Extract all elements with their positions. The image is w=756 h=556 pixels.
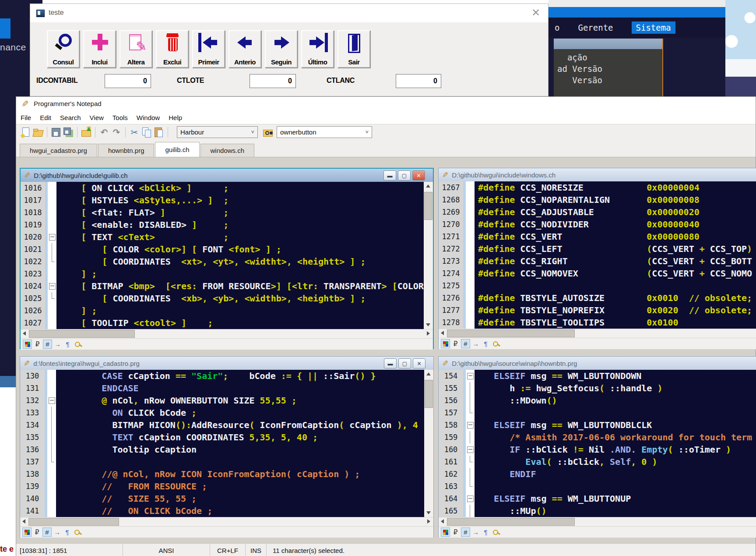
line-numbers-icon[interactable]: # [43, 340, 52, 349]
tab-windows.ch[interactable]: windows.ch [200, 144, 255, 157]
scheme-select[interactable]: Harbour ˅ [177, 126, 258, 138]
vertical-scrollbar[interactable] [424, 182, 433, 329]
pilcrow-icon[interactable]: ¶ [481, 528, 490, 537]
menu-search[interactable]: Search [56, 114, 85, 121]
highlight-icon[interactable] [491, 528, 500, 537]
pane-titlebar[interactable]: ✎D:\github\hwgui\include\guilib.ch▬▢✕ [21, 169, 433, 182]
scroll-thumb[interactable] [447, 518, 575, 526]
pn-titlebar[interactable]: ✎ Programmer's Notepad [16, 97, 756, 111]
menu-file[interactable]: File [16, 114, 35, 121]
pilcrow-icon[interactable]: ¶ [63, 340, 72, 349]
scroll-thumb[interactable] [424, 192, 433, 220]
max-button[interactable]: ▢ [398, 170, 411, 181]
anterior-button[interactable]: Anterio [229, 30, 261, 68]
scroll-thumb[interactable] [447, 329, 575, 337]
horizontal-scrollbar[interactable] [21, 329, 433, 338]
scroll-down-icon[interactable] [424, 509, 433, 517]
scroll-thumb[interactable] [425, 380, 433, 408]
horizontal-scrollbar[interactable] [439, 517, 756, 526]
pane-titlebar[interactable]: ✎d:\fontes\integra\hwgui_cadastro.prg▬▢✕ [20, 357, 433, 370]
open-project-icon[interactable] [81, 127, 92, 138]
seguinte-button[interactable]: Seguin [265, 30, 298, 68]
max-button[interactable]: ▢ [398, 358, 411, 368]
scroll-track[interactable] [28, 517, 425, 526]
redo-icon[interactable]: ↷ [111, 127, 122, 138]
scroll-track[interactable] [29, 329, 425, 338]
paste-icon[interactable] [153, 127, 165, 138]
fold-marker[interactable] [467, 422, 474, 429]
pilcrow-icon[interactable]: ¶ [63, 528, 72, 537]
horizontal-scrollbar[interactable] [439, 329, 756, 338]
scroll-left-icon[interactable] [20, 517, 28, 526]
scroll-up-icon[interactable] [424, 370, 433, 378]
primeiro-button[interactable]: Primeir [192, 30, 225, 68]
fold-marker[interactable] [467, 446, 474, 453]
scroll-thumb[interactable] [28, 518, 119, 526]
find-in-files-icon[interactable] [262, 127, 274, 138]
scroll-down-icon[interactable] [424, 321, 433, 329]
fold-marker[interactable] [49, 283, 56, 290]
cut-icon[interactable]: ✂ [129, 127, 140, 138]
highlight-icon[interactable] [73, 528, 82, 537]
tab-marker-icon[interactable]: → [471, 339, 480, 348]
scroll-track[interactable] [447, 329, 756, 338]
close-button[interactable]: ✕ [413, 358, 425, 368]
code-area[interactable]: #define CCS_NORESIZE 0x00000004#define C… [475, 181, 756, 329]
menu-edit[interactable]: Edit [35, 114, 56, 121]
menu-view[interactable]: View [85, 114, 108, 121]
line-numbers-icon[interactable]: # [42, 528, 52, 537]
fold-marker[interactable] [467, 373, 474, 379]
fold-marker[interactable] [467, 496, 474, 502]
search-combobox[interactable]: ownerbutton ˅ [277, 126, 372, 138]
idcontabil-input[interactable]: 0 [105, 74, 151, 88]
teste-titlebar[interactable]: teste ✕ [30, 4, 548, 22]
tab-marker-icon[interactable]: → [471, 528, 480, 537]
save-all-icon[interactable] [63, 127, 74, 138]
scroll-up-icon[interactable] [424, 182, 433, 190]
menu-window[interactable]: Window [132, 114, 164, 121]
pane-titlebar[interactable]: ✎D:\github\hwgui\include\windows.ch [439, 168, 756, 181]
blocks-icon[interactable] [441, 339, 450, 348]
undo-icon[interactable]: ↶ [98, 127, 110, 138]
tab-marker-icon[interactable]: → [53, 340, 62, 349]
line-numbers-icon[interactable]: # [461, 339, 470, 348]
menu-gerente[interactable]: Gerente [578, 23, 613, 32]
min-button[interactable]: ▬ [383, 170, 396, 181]
horizontal-scrollbar[interactable] [20, 517, 433, 526]
scroll-track[interactable] [447, 517, 756, 526]
tab-hownbtn.prg[interactable]: hownbtn.prg [98, 144, 155, 157]
highlight-icon[interactable] [73, 340, 82, 349]
code-area[interactable]: ELSEIF msg == WM_LBUTTONDOWN h := hwg_Se… [475, 370, 756, 517]
menu-sistema[interactable]: Sistema [632, 21, 675, 34]
sair-button[interactable]: Sair [338, 30, 370, 68]
wrap-icon[interactable]: ₽ [451, 339, 460, 348]
close-button[interactable]: ✕ [412, 170, 425, 181]
scroll-right-icon[interactable] [425, 517, 433, 526]
copy-icon[interactable] [141, 127, 152, 138]
min-button[interactable]: ▬ [384, 358, 397, 368]
fold-marker[interactable] [49, 397, 55, 404]
wrap-icon[interactable]: ₽ [33, 340, 42, 349]
scroll-track[interactable] [424, 190, 433, 321]
blocks-icon[interactable] [23, 340, 32, 349]
close-icon[interactable]: ✕ [530, 7, 542, 19]
scroll-left-icon[interactable] [439, 329, 447, 338]
code-area[interactable]: [ ON CLICK <bClick> ] ; [ HSTYLES <aStyl… [56, 182, 424, 329]
alterar-button[interactable]: Altera [120, 30, 152, 68]
excluir-button[interactable]: Exclui [156, 30, 189, 68]
scroll-right-icon[interactable] [425, 329, 433, 338]
tab-marker-icon[interactable]: → [53, 528, 62, 537]
consultar-button[interactable]: Consul [47, 30, 80, 68]
save-icon[interactable] [50, 127, 62, 138]
menu-help[interactable]: Help [164, 114, 186, 121]
blocks-icon[interactable] [441, 528, 450, 537]
new-file-icon[interactable] [20, 127, 32, 138]
scroll-thumb[interactable] [29, 330, 135, 338]
incluir-button[interactable]: Inclui [83, 30, 116, 68]
menu-tools[interactable]: Tools [108, 114, 132, 121]
ultimo-button[interactable]: Último [301, 30, 334, 68]
line-numbers-icon[interactable]: # [461, 528, 470, 537]
wrap-icon[interactable]: ₽ [451, 528, 460, 537]
highlight-icon[interactable] [491, 339, 500, 348]
tab-guilib.ch[interactable]: guilib.ch [155, 142, 199, 157]
